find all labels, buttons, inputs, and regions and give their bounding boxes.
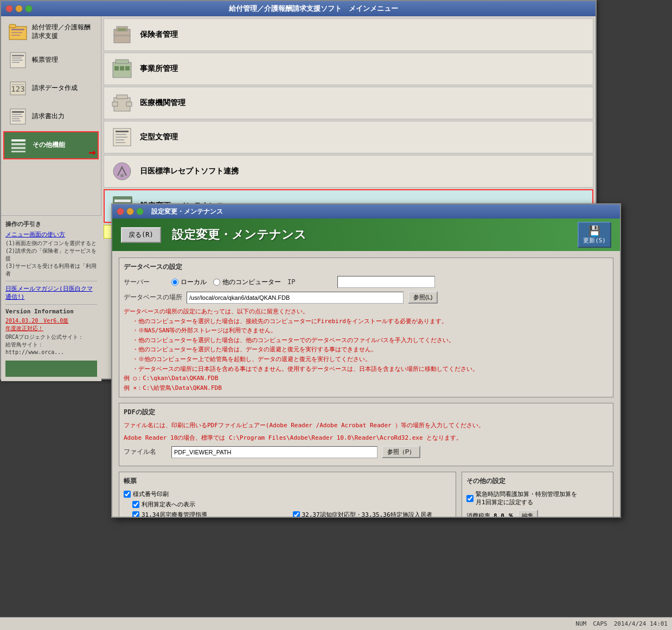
local-radio-label[interactable]: ローカル xyxy=(171,278,207,287)
cb31-label[interactable]: 31,34居宅療養管理指導 xyxy=(132,511,291,517)
shikigou-checkbox-label[interactable]: 様式番号印刷 xyxy=(124,490,451,498)
svg-rect-40 xyxy=(116,137,127,138)
ops-text3: (3)サービスを受ける利用者は「利用者 xyxy=(5,262,97,278)
sidebar-item-seikyuu-data[interactable]: 123 請求データ作成 xyxy=(3,75,99,102)
local-radio[interactable] xyxy=(171,279,178,286)
menu-item-hokensha[interactable]: 保険者管理 xyxy=(104,18,593,51)
window-controls xyxy=(5,5,33,12)
riyou-label: 利用算定表への表示 xyxy=(142,500,195,509)
pdf-ref-button[interactable]: 参照（P） xyxy=(382,446,420,458)
dialog-maximize-button[interactable] xyxy=(136,208,144,215)
db-section-title: データベースの設定 xyxy=(124,262,609,272)
other-pc-label-text: 他のコンピューター xyxy=(222,278,281,287)
version-info-title: Version Information xyxy=(5,308,97,315)
dialog-window: 設定変更・メンテナンス 戻る(R) 設定変更・メンテナンス 💾 更新(S) デー… xyxy=(111,203,621,518)
cb32-text: 32,37認知症対応型・33,35,36特定施設入居者 xyxy=(302,511,432,517)
sidebar-label-seikyuu-data: 請求データ作成 xyxy=(32,84,78,93)
svg-rect-12 xyxy=(12,84,24,85)
status-bar: NUM CAPS 2014/4/24 14:01 xyxy=(0,617,672,630)
dialog-minimize-button[interactable] xyxy=(126,208,134,215)
svg-rect-41 xyxy=(116,139,124,140)
emergency-checkbox[interactable] xyxy=(466,495,473,502)
svg-rect-31 xyxy=(120,66,124,70)
example-ok: 例 ○：C:\qkan\Data\QKAN.FDB xyxy=(124,374,609,383)
riyou-checkbox-label[interactable]: 利用算定表への表示 xyxy=(132,500,451,509)
riyou-checkbox[interactable] xyxy=(132,501,139,508)
svg-rect-9 xyxy=(12,62,20,63)
receipts-title: 帳票 xyxy=(124,477,451,486)
svg-rect-18 xyxy=(12,120,21,121)
sidebar-item-seikyuusho[interactable]: 請求書出力 xyxy=(3,103,99,130)
svg-rect-2 xyxy=(11,29,24,30)
ip-label: IP xyxy=(287,278,331,286)
dialog-back-button[interactable]: 戻る(R) xyxy=(121,227,161,243)
jigyousho-menu-icon xyxy=(111,57,133,80)
other-pc-radio[interactable] xyxy=(213,279,220,286)
other-pc-radio-label[interactable]: 他のコンピューター xyxy=(213,278,281,287)
two-col-section: 帳票 様式番号印刷 利用算定表への表示 31,34居宅療養管理指導 xyxy=(119,472,613,517)
status-num: NUM xyxy=(575,620,586,627)
sidebar-item-sonota[interactable]: その他機能 xyxy=(3,131,99,159)
menu-item-recepto[interactable]: 日医標準レセプトソフト連携 xyxy=(104,155,593,188)
svg-rect-6 xyxy=(12,55,24,56)
ops-separator xyxy=(5,281,97,281)
db-path-row: データベースの場所 参照(L) xyxy=(124,291,609,304)
cb31-text: 31,34居宅療養管理指導 xyxy=(142,511,207,517)
svg-rect-3 xyxy=(11,32,22,33)
svg-rect-14 xyxy=(12,111,24,113)
svg-rect-22 xyxy=(11,147,25,149)
sidebar-item-chouhou[interactable]: 帳票管理 xyxy=(3,47,99,74)
maximize-button[interactable] xyxy=(25,5,33,12)
dialog-header: 戻る(R) 設定変更・メンテナンス 💾 更新(S) xyxy=(112,218,620,251)
svg-text:123: 123 xyxy=(11,85,24,93)
svg-point-43 xyxy=(113,163,131,180)
hokensha-menu-icon xyxy=(111,23,133,46)
server-row: サーバー ローカル 他のコンピューター IP xyxy=(124,276,609,288)
ops-link-mail[interactable]: 日医メールマガジン(日医白クマ通信!) xyxy=(5,285,97,301)
close-button[interactable] xyxy=(5,5,13,12)
menu-item-teikei[interactable]: 定型文管理 xyxy=(104,121,593,153)
cb32-checkbox[interactable] xyxy=(293,511,300,517)
warning-item-2: ※NAS/SAN等の外部ストレージは利用できません。 xyxy=(128,326,609,336)
warning-list: 他のコンピューターを選択した場合は、接続先のコンピューターにFirebirdをイ… xyxy=(124,317,609,374)
db-path-input[interactable] xyxy=(187,292,404,304)
chouhou-icon xyxy=(8,50,28,70)
seikyuu-data-icon: 123 xyxy=(8,79,28,98)
shikigou-checkbox[interactable] xyxy=(124,491,131,498)
tax-row: 消費税率 8.0 ％ 編集 xyxy=(466,510,609,517)
svg-rect-23 xyxy=(11,151,25,152)
svg-rect-39 xyxy=(116,134,126,135)
svg-point-44 xyxy=(120,174,124,177)
ops-panel: 操作の手引き メニュー画面の使い方 (1)画面左側のアイコンを選択すると (2)… xyxy=(1,215,101,381)
sidebar-label-chouhou: 帳票管理 xyxy=(32,56,58,65)
minimize-button[interactable] xyxy=(15,5,23,12)
dialog-close-button[interactable] xyxy=(117,208,124,215)
cb31-checkbox[interactable] xyxy=(132,511,139,517)
version-link[interactable]: 2014.03.20 Ver6.0最 年度改正対応！ xyxy=(5,317,97,332)
warning-item-1: 他のコンピューターを選択した場合は、接続先のコンピューターにFirebirdをイ… xyxy=(128,317,609,326)
emergency-checkbox-label[interactable]: 緊急時訪問看護加算・特別管理加算を 月1回算定に設定する xyxy=(466,490,609,506)
svg-rect-15 xyxy=(12,114,22,115)
ops-link-menu[interactable]: メニュー画面の使い方 xyxy=(5,230,97,239)
svg-rect-17 xyxy=(12,118,20,119)
cb32-label[interactable]: 32,37認知症対応型・33,35,36特定施設入居者 xyxy=(293,511,452,517)
local-label-text: ローカル xyxy=(181,278,207,287)
menu-item-iryou[interactable]: 医療機関管理 xyxy=(104,87,593,119)
edit-tax-button[interactable]: 編集 xyxy=(517,510,538,517)
svg-rect-27 xyxy=(114,35,130,36)
sidebar-label-seikyuusho: 請求書出力 xyxy=(32,112,65,121)
red-arrow-right: → xyxy=(88,145,95,159)
orca-text2: 給管鳥サイト：http://www.orca... xyxy=(5,341,97,356)
ip-input[interactable] xyxy=(337,276,435,288)
db-ref-button[interactable]: 参照(L) xyxy=(408,291,438,304)
warning-item-5: ※他のコンピューター上で給管鳥を起動し、データの退避と復元を実行してください。 xyxy=(128,355,609,364)
svg-rect-7 xyxy=(12,57,22,59)
pdf-filename-input[interactable] xyxy=(171,446,377,458)
sidebar-item-kyufu[interactable]: 給付管理／介護報酬請求支援 xyxy=(3,18,99,46)
kyufu-icon xyxy=(8,22,28,42)
dialog-save-button[interactable]: 💾 更新(S) xyxy=(578,222,611,248)
status-datetime: 2014/4/24 14:01 xyxy=(614,620,668,627)
svg-rect-8 xyxy=(12,60,23,61)
main-title-bar: 給付管理／介護報酬請求支援ソフト メインメニュー xyxy=(1,1,596,16)
menu-item-jigyousho[interactable]: 事業所管理 xyxy=(104,53,593,85)
